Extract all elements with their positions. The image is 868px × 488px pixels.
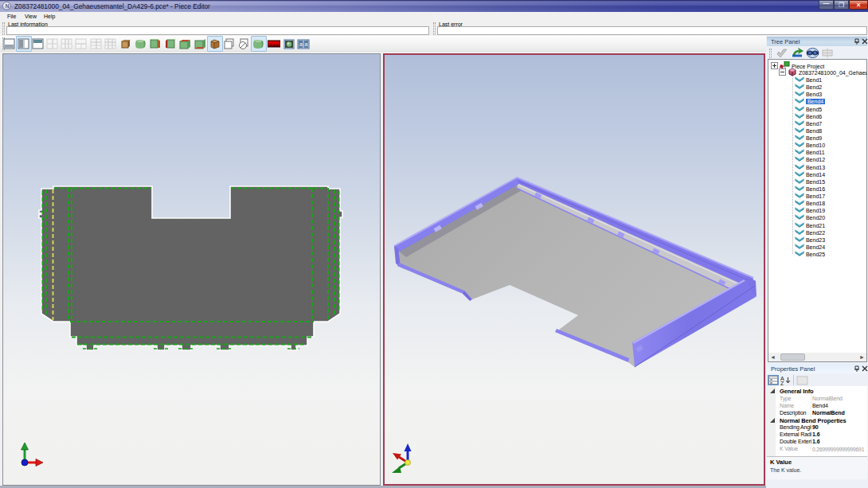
svg-text:Z: Z <box>780 381 784 385</box>
svg-text:a: a <box>305 41 308 47</box>
svg-text:a: a <box>299 41 303 47</box>
